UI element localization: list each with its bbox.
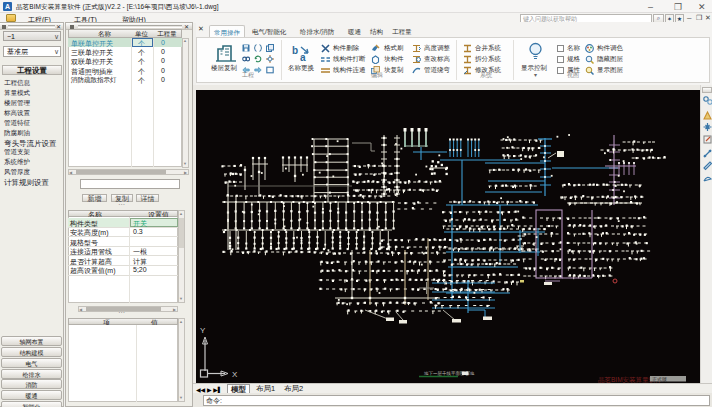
svg-text:X: X [232,370,238,379]
svg-text:Y: Y [200,326,206,335]
svg-text:正式版: 正式版 [652,376,667,383]
svg-text:b: b [292,45,298,56]
